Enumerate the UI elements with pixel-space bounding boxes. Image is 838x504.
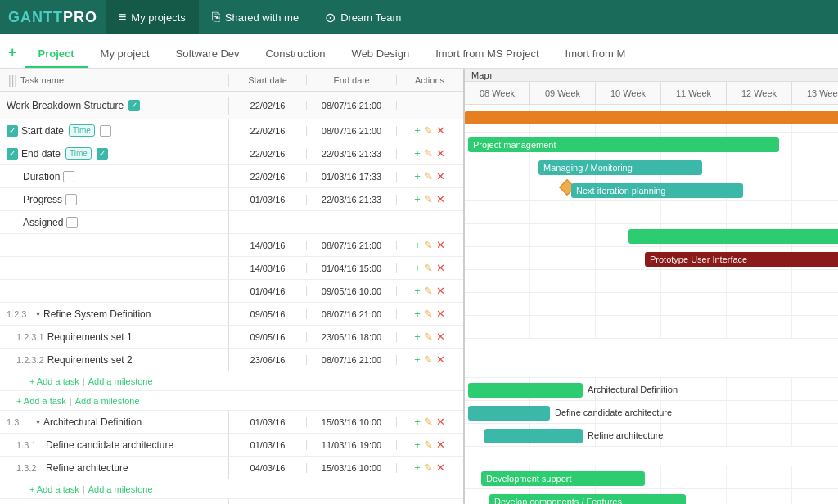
- action-plus-1-2-3-1[interactable]: +: [414, 331, 421, 343]
- action-plus-btn[interactable]: +: [414, 124, 421, 137]
- tab-project[interactable]: Project: [25, 41, 88, 68]
- tab-software-dev[interactable]: Software Dev: [163, 41, 253, 68]
- gantt-bar-def-cand[interactable]: [468, 406, 550, 421]
- main-area: ||| Task name Start date End date Action…: [0, 69, 838, 504]
- col-options-row: Work Breakdown Structure ✓ 22/02/16 08/0…: [0, 92, 463, 119]
- task-1-2-3-2-row: 1.2.3.2 Requirements set 2 23/06/16 08/0…: [0, 349, 463, 371]
- duration-option-row: Duration 22/02/16 01/03/16 17:33 + ✎ ✕: [0, 165, 463, 188]
- action-plus-e1[interactable]: +: [414, 239, 421, 251]
- gantt-bar-dev-support-label: Development support: [486, 474, 572, 484]
- gantt-bar-project-mgmt[interactable]: Project management: [468, 137, 779, 152]
- gantt-bar-dev-support[interactable]: Development support: [481, 471, 645, 486]
- action-edit-1-3[interactable]: ✎: [424, 416, 433, 428]
- action-edit-1-2-3-2[interactable]: ✎: [424, 353, 433, 366]
- action-del-btn-2[interactable]: ✕: [436, 147, 445, 160]
- task-1-3-1-row: 1.3.1 Define candidate architecture 01/0…: [0, 434, 463, 457]
- action-edit-e3[interactable]: ✎: [424, 285, 433, 297]
- startdate-label: Start date: [21, 125, 64, 137]
- action-edit-btn[interactable]: ✎: [424, 124, 433, 137]
- action-edit-1-3-2[interactable]: ✎: [424, 461, 433, 474]
- action-del-1-2-3-1[interactable]: ✕: [436, 331, 445, 343]
- gantt-row-1-2-3-1: [465, 293, 838, 316]
- action-del-1-3-2[interactable]: ✕: [436, 461, 445, 474]
- action-edit-btn-3[interactable]: ✎: [424, 170, 433, 182]
- left-panel: ||| Task name Start date End date Action…: [0, 69, 465, 504]
- action-plus-e3[interactable]: +: [414, 285, 421, 297]
- action-del-btn[interactable]: ✕: [436, 124, 445, 137]
- action-del-btn-4[interactable]: ✕: [436, 193, 445, 205]
- add-project-tab-button[interactable]: +: [8, 44, 25, 68]
- task-1-2-3-collapse[interactable]: ▾: [36, 309, 40, 318]
- wbs-checkbox[interactable]: ✓: [128, 100, 140, 111]
- gantt-grid-1-2-3-2: [465, 316, 838, 338]
- add-milestone-link-3[interactable]: Add a milestone: [88, 484, 153, 494]
- gantt-row-addlinks3: [465, 447, 838, 466]
- action-plus-btn-4[interactable]: +: [414, 193, 421, 205]
- tab-my-project[interactable]: My project: [88, 41, 163, 68]
- add-milestone-link-1[interactable]: Add a milestone: [88, 376, 153, 386]
- tab-web-design[interactable]: Web Design: [339, 41, 423, 68]
- task-1-3-2-start: 04/03/16: [229, 463, 307, 473]
- gantt-bar-iteration[interactable]: Next iteration planning: [571, 183, 743, 198]
- add-task-link-3[interactable]: + Add a task: [29, 484, 79, 494]
- gantt-bar-prog-green[interactable]: [628, 229, 838, 244]
- action-del-1-3-1[interactable]: ✕: [436, 439, 445, 451]
- add-task-link-2[interactable]: + Add a task: [16, 396, 66, 406]
- startdate-checkbox2[interactable]: [100, 125, 111, 137]
- nav-dream-team[interactable]: ⊙ Dream Team: [312, 0, 414, 34]
- action-del-1-2-3[interactable]: ✕: [436, 308, 445, 320]
- action-edit-1-2-3-1[interactable]: ✎: [424, 331, 433, 343]
- gantt-cell-mon-4: [727, 155, 792, 178]
- action-del-btn-3[interactable]: ✕: [436, 170, 445, 182]
- add-links-row-2: + Add a task | Add a milestone: [0, 391, 463, 411]
- task-1-4-cell: 1.4 ▶ Development support: [0, 499, 229, 504]
- action-edit-1-2-3[interactable]: ✎: [424, 308, 433, 320]
- gantt-bar-iteration-label: Next iteration planning: [576, 186, 665, 196]
- action-plus-e2[interactable]: +: [414, 262, 421, 274]
- task-1-3-collapse[interactable]: ▾: [36, 417, 40, 426]
- action-plus-btn-3[interactable]: +: [414, 170, 421, 182]
- tab-import-m[interactable]: Imort from M: [552, 41, 639, 68]
- week-10: 10 Week: [596, 82, 661, 104]
- gantt-bar-refine-arch[interactable]: [484, 429, 583, 443]
- action-edit-e2[interactable]: ✎: [424, 262, 433, 274]
- nav-shared-with-me[interactable]: ⎘ Shared with me: [199, 0, 312, 34]
- action-plus-1-3-2[interactable]: +: [414, 461, 421, 474]
- action-plus-btn-2[interactable]: +: [414, 147, 421, 160]
- action-edit-btn-2[interactable]: ✎: [424, 147, 433, 160]
- gantt-bar-dev-comp[interactable]: Develop components / Features: [489, 494, 686, 504]
- task-1-3-2-cell: 1.3.2 Refine architecture: [0, 457, 229, 479]
- duration-checkbox[interactable]: [63, 171, 74, 182]
- assigned-checkbox[interactable]: [66, 217, 78, 228]
- action-del-e2[interactable]: ✕: [436, 262, 445, 274]
- action-edit-btn-4[interactable]: ✎: [424, 193, 433, 205]
- enddate-checkbox2[interactable]: ✓: [97, 148, 108, 160]
- tab-construction[interactable]: Construction: [253, 41, 339, 68]
- enddate-option-row: ✓ End date Time ✓ 22/02/16 22/03/16 21:3…: [0, 142, 463, 165]
- gantt-bar-monitor-label: Managing / Monitoring: [543, 163, 633, 173]
- nav-my-projects[interactable]: ≡ My projects: [106, 0, 199, 34]
- action-del-e1[interactable]: ✕: [436, 239, 445, 251]
- action-plus-1-2-3[interactable]: +: [414, 308, 421, 320]
- action-edit-1-3-1[interactable]: ✎: [424, 439, 433, 451]
- action-del-1-2-3-2[interactable]: ✕: [436, 353, 445, 366]
- duration-option-task: Duration: [0, 165, 229, 187]
- action-del-e3[interactable]: ✕: [436, 285, 445, 297]
- startdate-checkbox[interactable]: ✓: [7, 125, 18, 137]
- tab-import-ms[interactable]: Imort from MS Project: [422, 41, 552, 68]
- action-plus-1-3[interactable]: +: [414, 416, 421, 428]
- gantt-bar-monitoring[interactable]: Managing / Monitoring: [538, 160, 702, 175]
- action-plus-1-3-1[interactable]: +: [414, 439, 421, 451]
- action-edit-e1[interactable]: ✎: [424, 239, 433, 251]
- startdate-actions: + ✎ ✕: [397, 124, 462, 137]
- gantt-bar-arch-def[interactable]: [468, 383, 583, 398]
- gantt-bar-prototype[interactable]: Prototype User Interface: [645, 252, 838, 267]
- action-del-1-3[interactable]: ✕: [436, 416, 445, 428]
- gantt-cell-pm-5: [792, 133, 838, 155]
- action-plus-1-2-3-2[interactable]: +: [414, 353, 421, 366]
- add-task-link-1[interactable]: + Add a task: [29, 376, 79, 386]
- team-icon: ⊙: [325, 10, 336, 25]
- add-milestone-link-2[interactable]: Add a milestone: [75, 396, 140, 406]
- enddate-checkbox[interactable]: ✓: [7, 148, 18, 160]
- progress-checkbox[interactable]: [65, 194, 77, 205]
